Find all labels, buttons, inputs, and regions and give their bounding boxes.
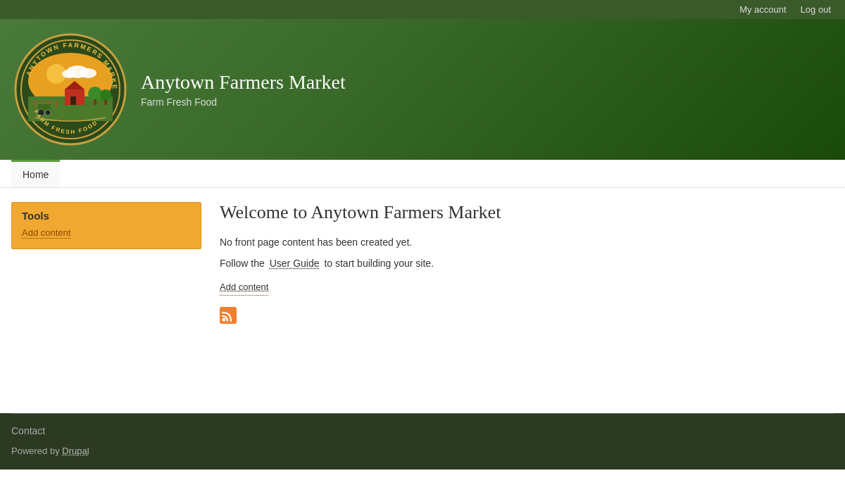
site-title-area: Anytown Farmers Market Farm Fresh Food [141,71,346,108]
site-title: Anytown Farmers Market [141,71,346,94]
main-navigation: Home [0,160,845,188]
no-content-text: No front page content has been created y… [220,234,834,250]
footer-dark: Contact Powered by Drupal [0,413,845,470]
page-title: Welcome to Anytown Farmers Market [220,202,834,223]
svg-point-6 [80,68,96,78]
site-slogan: Farm Fresh Food [141,96,346,108]
sidebar: Tools Add content [11,202,201,385]
tools-block: Tools Add content [11,202,201,249]
site-logo[interactable]: ANYTOWN FARMERS MARKET FARM FRESH FOOD [14,33,127,146]
nav-link-home[interactable]: Home [11,160,60,187]
rss-icon[interactable] [220,307,237,324]
svg-point-26 [223,317,226,321]
svg-point-18 [100,89,111,101]
nav-item-home[interactable]: Home [11,160,60,187]
my-account-link[interactable]: My account [739,4,786,15]
powered-by-text: Powered by [11,446,60,456]
top-bar: My account Log out [0,0,845,19]
log-out-link[interactable]: Log out [801,4,831,15]
drupal-link[interactable]: Drupal [62,446,89,456]
content-body: No front page content has been created y… [220,234,834,296]
svg-rect-19 [104,100,107,105]
footer-powered: Powered by Drupal [0,443,845,467]
tools-title: Tools [22,210,191,222]
contact-link[interactable]: Contact [11,425,45,436]
svg-rect-10 [70,96,76,105]
to-start-text: to start building your site. [324,258,434,269]
svg-rect-17 [94,99,96,105]
footer-links: Contact [0,414,845,443]
svg-point-7 [62,70,76,78]
follow-text-para: Follow the User Guide to start building … [220,256,834,271]
add-content-link[interactable]: Add content [220,280,268,296]
site-header: ANYTOWN FARMERS MARKET FARM FRESH FOOD A… [0,19,845,160]
add-content-sidebar-link[interactable]: Add content [22,227,70,239]
main-content: Welcome to Anytown Farmers Market No fro… [213,202,834,385]
nav-list: Home [11,160,845,187]
main-wrapper: Tools Add content Welcome to Anytown Far… [0,188,845,399]
svg-point-16 [88,87,102,101]
follow-text: Follow the [220,258,265,269]
user-guide-link[interactable]: User Guide [270,258,320,269]
svg-point-22 [45,110,51,115]
